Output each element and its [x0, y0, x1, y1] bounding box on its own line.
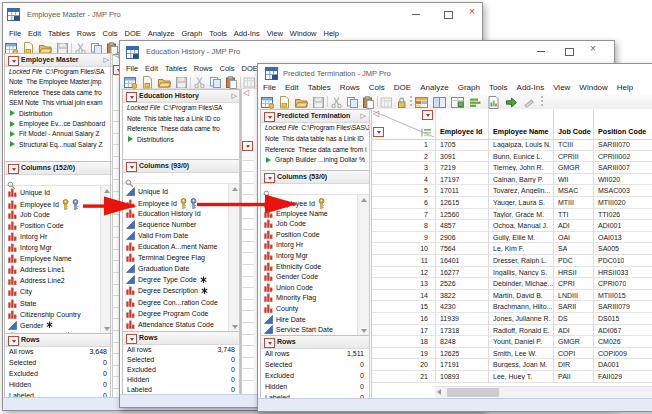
menu-graph[interactable]: Graph [458, 83, 480, 92]
table-row[interactable]: 92906Gully, Ellie M.OAIOAI013 [372, 232, 652, 244]
row-number[interactable]: 13 [372, 280, 428, 287]
menu-edit[interactable]: Edit [285, 83, 299, 92]
new-doc-icon[interactable] [141, 75, 154, 88]
menu-doe[interactable]: DOE [125, 29, 141, 38]
table-cell[interactable]: 17318 [440, 327, 459, 334]
menu-tables[interactable]: Tables [165, 64, 187, 73]
paste-icon[interactable] [362, 95, 375, 108]
scroll-up-icon[interactable] [104, 189, 110, 193]
row-number[interactable]: 8 [372, 222, 428, 229]
table-cell[interactable]: PAII [558, 373, 571, 380]
table-cell[interactable]: 10893 [440, 373, 459, 380]
h-scrollbar[interactable] [435, 386, 652, 398]
new-doc-icon[interactable] [278, 95, 291, 108]
row-number[interactable]: 1 [372, 141, 428, 148]
table-cell[interactable]: FAII029 [598, 373, 622, 380]
row-number[interactable]: 6 [372, 199, 428, 206]
menu-doe[interactable]: DOE [242, 64, 258, 73]
column-item[interactable]: Gender Code [264, 272, 318, 281]
column-item[interactable]: Service Start Date [264, 325, 333, 334]
chart-page-icon[interactable] [487, 95, 500, 108]
menu-analyze[interactable]: Analyze [420, 83, 448, 92]
copy-icon[interactable] [209, 75, 222, 88]
column-item[interactable]: Valid From Date [126, 231, 188, 240]
grid-columns-menu-icon[interactable] [422, 110, 433, 120]
menu-help[interactable]: Help [324, 29, 339, 38]
table-dis-icon[interactable] [380, 95, 393, 108]
maximize-button[interactable] [444, 11, 453, 19]
column-item[interactable]: Employee Name [8, 254, 72, 263]
table-cell[interactable]: GMGR [558, 164, 580, 171]
table-cell[interactable]: WII [558, 176, 569, 183]
table-row[interactable]: 712560Taylor, Grace M.TTITTI026 [372, 209, 652, 221]
table-row[interactable]: 1116401Dresser, Ralph L.PDCPDC010 [372, 255, 652, 267]
column-header[interactable]: Position Code [598, 127, 646, 136]
table-cell[interactable]: Ingallis, Nancy S. [493, 269, 547, 276]
table-cell[interactable]: DS [558, 315, 568, 322]
table-cell[interactable]: SA005 [598, 245, 619, 252]
menu-window[interactable]: Window [579, 83, 607, 92]
table-row[interactable]: 154230Brachmann, Hilto...SARIISARIII079 [372, 301, 652, 313]
table-cell[interactable]: COPI009 [598, 350, 627, 357]
table-cell[interactable]: MSAC003 [598, 187, 630, 194]
table-cell[interactable]: Smith, Lee W. [493, 350, 537, 357]
row-number[interactable]: 21 [372, 373, 428, 380]
table-cell[interactable]: 2906 [440, 234, 456, 241]
column-item[interactable]: Position Code [264, 230, 320, 239]
row-number[interactable]: 20 [372, 361, 428, 368]
table-cell[interactable]: Bunn, Eunice L. [493, 153, 542, 160]
table-cell[interactable]: CPRIII002 [598, 153, 630, 160]
table-cell[interactable]: 7564 [440, 245, 456, 252]
h-scroll-thumb[interactable] [447, 388, 499, 397]
row-number[interactable]: 3 [372, 164, 428, 171]
column-item[interactable]: Union Code [264, 283, 313, 292]
table-cell[interactable]: 4857 [440, 222, 456, 229]
column-item[interactable]: County [264, 304, 298, 313]
table-cell[interactable]: TTI [558, 211, 569, 218]
tbl-split-icon[interactable] [433, 95, 446, 108]
column-item[interactable]: Attendance Status Code [126, 320, 214, 329]
column-item[interactable]: Position Code [8, 221, 64, 230]
lock-icon[interactable] [395, 95, 408, 108]
column-item[interactable]: Ethnicity Code [264, 262, 321, 271]
menu-file[interactable]: File [263, 83, 276, 92]
row-number[interactable]: 18 [372, 338, 428, 345]
column-item[interactable]: Education History Id [126, 209, 201, 218]
menu-tools[interactable]: Tools [489, 83, 508, 92]
table-script[interactable]: Graph Builder ...ining Dollar % [266, 156, 365, 163]
title-bar[interactable]: Education History - JMP Pro× [120, 41, 614, 61]
table-cell[interactable]: ADI067 [598, 327, 621, 334]
title-bar[interactable]: Employee Master - JMP Pro× [3, 3, 482, 25]
row-number[interactable]: 11 [372, 257, 428, 264]
column-item[interactable]: Degree Description [126, 286, 208, 295]
table-cell[interactable]: Ochoa, Manual J. [493, 222, 548, 229]
column-item[interactable]: Intorg Mgr [264, 251, 308, 260]
menu-cols[interactable]: Cols [219, 64, 234, 73]
table-cell[interactable]: Martin, David B. [493, 292, 543, 299]
table-cell[interactable]: ADI001 [598, 222, 621, 229]
column-item[interactable]: Employee Id [264, 198, 325, 209]
table-cell[interactable]: 7219 [440, 164, 456, 171]
table-cell[interactable]: ADI [558, 327, 570, 334]
table-row[interactable]: 143822Martin, David B.LNDIIIMTIII015 [372, 290, 652, 302]
table-cell[interactable]: Calnan, Barry P. [493, 176, 543, 183]
table-cell[interactable]: SA [558, 245, 567, 252]
table-cell[interactable]: Radloff, Ronald E. [493, 327, 550, 334]
table-cell[interactable]: Taylor, Grace M. [493, 211, 544, 218]
table-cell[interactable]: Le, Kim F. [493, 245, 524, 252]
table-cell[interactable]: 17011 [440, 187, 459, 194]
menu-graph[interactable]: Graph [181, 29, 202, 38]
columns-search[interactable] [123, 173, 240, 184]
menu-rows[interactable]: Rows [194, 64, 213, 73]
table-cell[interactable]: 3091 [440, 153, 456, 160]
column-item[interactable]: Unique Id [126, 187, 168, 196]
table-cell[interactable]: PDC [558, 257, 573, 264]
column-header[interactable]: Job Code [558, 127, 591, 136]
table-cell[interactable]: 11939 [440, 315, 459, 322]
column-item[interactable]: Degree Program Code [126, 309, 208, 318]
table-cell[interactable]: 2526 [440, 280, 456, 287]
table-script[interactable]: Employee Ev...ce Dashboard [10, 120, 105, 127]
column-item[interactable]: Gender [8, 321, 53, 330]
column-item[interactable]: Address Line2 [8, 276, 65, 285]
table-cell[interactable]: 8248 [440, 338, 456, 345]
